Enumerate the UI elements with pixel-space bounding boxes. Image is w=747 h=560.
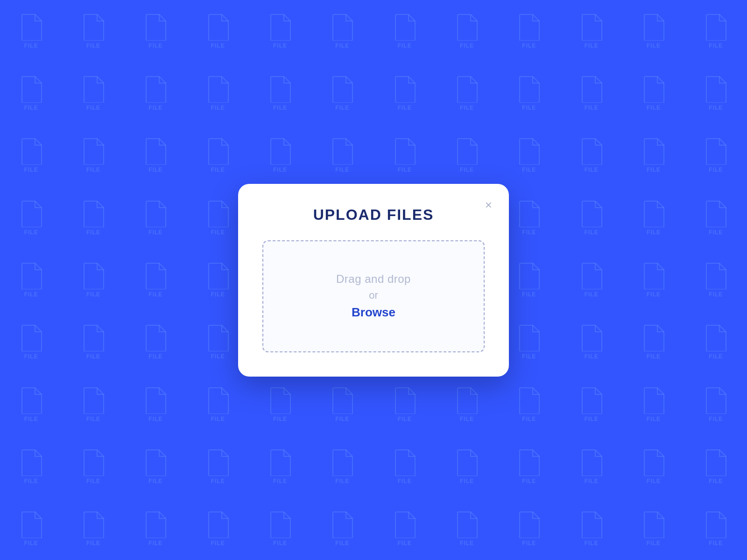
modal-overlay: × UPLOAD FILES Drag and drop or Browse [0, 0, 747, 560]
drop-zone[interactable]: Drag and drop or Browse [262, 240, 485, 352]
drag-drop-text: Drag and drop [336, 273, 411, 286]
or-text: or [369, 289, 378, 301]
close-button[interactable]: × [483, 197, 494, 213]
upload-modal: × UPLOAD FILES Drag and drop or Browse [238, 184, 509, 377]
modal-title: UPLOAD FILES [262, 206, 485, 224]
browse-button[interactable]: Browse [352, 305, 395, 320]
